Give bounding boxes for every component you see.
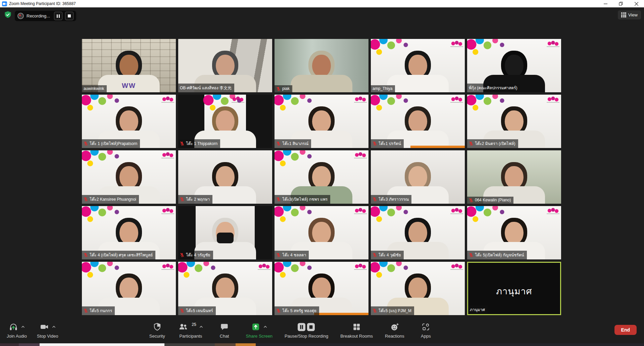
breakout-rooms-button[interactable]: Breakout Rooms [340, 322, 373, 339]
muted-mic-icon [180, 308, 184, 313]
participant-tile[interactable]: โต๊ะ5 เจนนินทร์ [178, 262, 272, 315]
recording-indicator: Recording... [15, 11, 76, 21]
participant-tile[interactable]: โต๊ะ 5 สหรัฐ ทองคุ่ย [275, 262, 368, 315]
participant-tile[interactable]: โต๊ะ 4 วุฒิชัย [371, 206, 465, 259]
participant-name-label: โต๊ะ5 กนกกร [82, 306, 115, 315]
participant-tile[interactable]: โต๊ะ 5(เปิดไฟล์) กัญจน์ชรัตน์ [467, 206, 561, 259]
participant-tile[interactable]: โต๊ะ2 มินตรา (เปิดไฟล์) [467, 95, 561, 148]
muted-mic-icon [276, 253, 281, 257]
silhouette-torso [387, 75, 449, 92]
close-icon [635, 2, 638, 6]
participant-name-label: โต๊ะ3(เปิดไฟล์) กชพร แพร [275, 195, 330, 204]
background-watermark: WW [122, 82, 136, 90]
participant-name-label: โต๊ะ 1 (เปิดไฟล์)Prapatsorn [82, 139, 140, 148]
background-window-strip [256, 343, 644, 346]
breakout-rooms-icon [352, 322, 361, 332]
apps-button[interactable]: Apps [416, 322, 435, 339]
reactions-button[interactable]: Reactions [385, 322, 404, 339]
participant-name: พี่กุ้ง (คณะศิลปกรรมศาสตร์) [469, 85, 517, 91]
pause-stop-recording-label: Pause/Stop Recording [285, 334, 328, 339]
muted-mic-icon [84, 308, 88, 313]
end-meeting-button[interactable]: End [614, 325, 637, 335]
participants-icon [179, 322, 188, 332]
pause-stop-recording-button[interactable]: Pause/Stop Recording [285, 322, 328, 339]
silhouette-face [408, 278, 427, 300]
participant-tile[interactable]: โต๊ะ2 Kansiree Phuangnoi [82, 150, 176, 204]
event-logo [354, 96, 367, 104]
silhouette-face [119, 55, 138, 77]
participants-options-chevron[interactable] [199, 326, 203, 328]
join-audio-options-chevron[interactable] [21, 326, 25, 328]
muted-mic-icon [276, 87, 281, 91]
participant-tile[interactable]: 064 Kewalin (Piano) [467, 150, 561, 204]
participant-tile[interactable]: โต๊ะ5 กนกกร [82, 262, 176, 315]
event-logo [258, 263, 270, 271]
stop-video-button[interactable]: Stop Video [37, 322, 58, 339]
participant-tile[interactable]: โต๊ะ1 สินาภรณ์ [275, 95, 368, 148]
view-button[interactable]: View [618, 10, 641, 19]
participant-name: 064 Kewalin (Piano) [475, 198, 511, 202]
participant-name-label: โต๊ะ5 (แบ) PJM_M [371, 306, 414, 315]
background-window-strip [215, 343, 236, 346]
muted-mic-icon [373, 253, 377, 257]
participant-tile[interactable]: OB-ศศิวัฒน์ แสงสีทอง 李文光 [178, 39, 272, 92]
minimize-button[interactable] [598, 0, 613, 7]
participants-button[interactable]: 25 Participants [179, 322, 203, 339]
pause-stop-recording-icons [297, 323, 315, 332]
stop-video-options-chevron[interactable] [52, 326, 56, 328]
participant-name-label: โต๊ะ 4 วุฒิชัย [371, 251, 404, 259]
participant-tile[interactable]: โต๊ะ5 (แบ) PJM_M [371, 262, 465, 315]
security-button[interactable]: Security [148, 322, 166, 339]
event-logo [450, 96, 463, 104]
participant-tile[interactable]: พี่กุ้ง (คณะศิลปกรรมศาสตร์) [467, 39, 561, 92]
reactions-label: Reactions [385, 334, 404, 339]
muted-mic-icon [469, 141, 473, 146]
participant-tile[interactable]: WWauwinkwink [82, 39, 176, 92]
event-logo [547, 40, 559, 48]
close-button[interactable] [629, 0, 644, 7]
security-label: Security [149, 334, 165, 339]
silhouette-face [408, 110, 427, 133]
participant-name-label: โต๊ะ 2 พฤกษา [178, 195, 212, 204]
background-window-strip [164, 343, 215, 346]
participant-name: โต๊ะ 1 Thippakorn [186, 140, 217, 147]
share-screen-options-chevron[interactable] [263, 326, 267, 328]
participant-name-label: โต๊ะ1 สินาภรณ์ [275, 139, 311, 148]
silhouette-face [312, 110, 331, 133]
apps-label: Apps [421, 334, 431, 339]
participant-tile[interactable]: โต๊ะ 4 ชลลดา [275, 206, 368, 259]
participant-tile[interactable]: โต๊ะ 2 พฤกษา [178, 150, 272, 204]
event-logo [547, 207, 559, 215]
participant-tile[interactable]: โต๊ะ 4 (เปิดไฟล์) ศรุต เดชะสิริไพบูลย์ [82, 206, 176, 259]
join-audio-label: Join Audio [7, 334, 27, 339]
zoom-app-icon [2, 1, 7, 6]
participant-name: โต๊ะ 4 วรัญชัย [186, 252, 210, 258]
share-screen-button[interactable]: Share Screen [246, 322, 273, 339]
participant-tile[interactable]: amp_Thiya [371, 39, 465, 92]
security-shield-icon [153, 322, 162, 332]
restore-button[interactable] [613, 0, 629, 7]
muted-mic-icon [373, 141, 377, 146]
participant-name-label: ภานุมาศ [468, 305, 488, 314]
backdrop-orange-strip [410, 146, 465, 148]
participant-tile[interactable]: โต๊ะ 1 Thippakorn [178, 95, 272, 148]
participant-tile[interactable]: โต๊ะ1 ปรรัตน์ [371, 95, 465, 148]
participant-tile[interactable]: โต๊ะ 4 วรัญชัย [178, 206, 272, 259]
participant-tile[interactable]: piak [275, 39, 368, 92]
participant-tile[interactable]: โต๊ะ3 ภัทราวรรณ [371, 150, 465, 204]
participant-name: โต๊ะ5 (แบ) PJM_M [379, 307, 411, 314]
silhouette-face [408, 55, 427, 77]
participant-name-label: โต๊ะ 5 สหรัฐ ทองคุ่ย [275, 306, 319, 315]
join-audio-button[interactable]: Join Audio [7, 322, 27, 339]
silhouette-face [216, 110, 235, 133]
participant-tile[interactable]: ภานุมาศภานุมาศ [467, 262, 561, 315]
muted-mic-icon [373, 197, 377, 201]
chat-button[interactable]: Chat [215, 322, 234, 339]
participant-tile[interactable]: โต๊ะ3(เปิดไฟล์) กชพร แพร [275, 150, 368, 204]
pause-recording-button[interactable] [54, 12, 62, 20]
participant-name-label: โต๊ะ1 ปรรัตน์ [371, 139, 404, 148]
participant-tile[interactable]: โต๊ะ 1 (เปิดไฟล์)Prapatsorn [82, 95, 176, 148]
participant-name-label: โต๊ะ 4 ชลลดา [275, 251, 309, 259]
participant-name: โต๊ะ 5(เปิดไฟล์) กัญจน์ชรัตน์ [475, 252, 524, 258]
stop-recording-button[interactable] [65, 12, 73, 20]
